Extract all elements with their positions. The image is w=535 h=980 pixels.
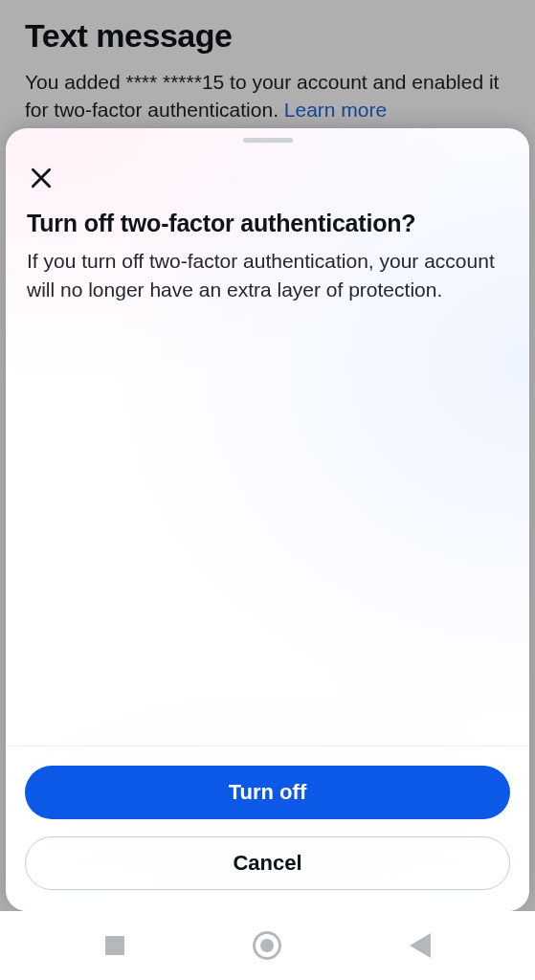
- nav-recent-button[interactable]: [86, 917, 144, 974]
- triangle-back-icon: [410, 933, 431, 958]
- confirm-dialog: Turn off two-factor authentication? If y…: [6, 128, 529, 911]
- android-nav-bar: [0, 911, 535, 980]
- turn-off-button[interactable]: Turn off: [25, 766, 510, 819]
- dialog-title: Turn off two-factor authentication?: [27, 210, 508, 237]
- close-button[interactable]: [25, 162, 57, 194]
- cancel-button[interactable]: Cancel: [25, 836, 510, 890]
- dialog-actions: Turn off Cancel: [6, 746, 529, 911]
- close-icon: [29, 166, 54, 190]
- circle-icon: [253, 931, 281, 960]
- nav-back-button[interactable]: [391, 917, 449, 974]
- dialog-body: Turn off two-factor authentication? If y…: [6, 200, 529, 746]
- dialog-description: If you turn off two-factor authenticatio…: [27, 247, 508, 304]
- sheet-grabber[interactable]: [243, 138, 293, 143]
- square-icon: [105, 936, 124, 955]
- nav-home-button[interactable]: [238, 917, 296, 974]
- dialog-header: [6, 145, 529, 200]
